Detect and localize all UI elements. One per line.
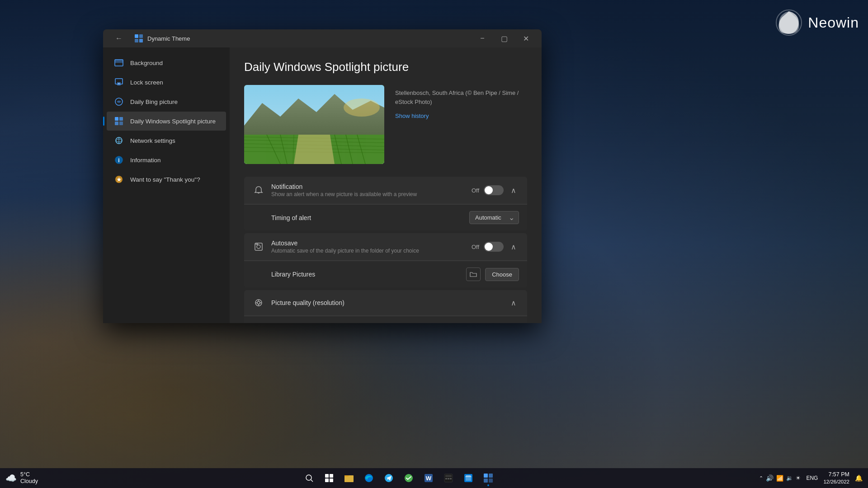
svg-rect-57 xyxy=(448,478,449,479)
weather-info: 5°C Cloudy xyxy=(20,471,38,485)
notification-chevron-up[interactable]: ∧ xyxy=(508,184,519,197)
tray-speaker-icon[interactable]: 🔊 xyxy=(766,474,774,482)
autosave-desc: Automatic save of the daily picture in t… xyxy=(271,248,472,254)
quality-row: Picture quality (resolution) ∧ xyxy=(244,290,527,316)
taskbar-start-button[interactable] xyxy=(320,469,338,487)
svg-rect-62 xyxy=(484,479,488,483)
taskbar-dynamic-theme[interactable] xyxy=(479,469,497,487)
svg-rect-3 xyxy=(135,39,138,42)
quality-chevron-up[interactable]: ∧ xyxy=(508,297,519,309)
taskbar-file-explorer[interactable] xyxy=(340,469,358,487)
title-bar: ← Dynamic Theme − ▢ ✕ xyxy=(103,29,542,47)
taskbar-word[interactable]: W xyxy=(420,469,438,487)
neowin-brand-text: Neowin xyxy=(808,14,859,31)
back-button[interactable]: ← xyxy=(108,32,129,45)
quality-title: Picture quality (resolution) xyxy=(271,299,508,306)
sidebar-label-background: Background xyxy=(130,60,163,66)
background-icon xyxy=(114,58,124,68)
sidebar-item-daily-bing[interactable]: Daily Bing picture xyxy=(107,92,226,111)
language-indicator[interactable]: ENG xyxy=(804,475,820,481)
autosave-row: Autosave Automatic save of the daily pic… xyxy=(244,233,527,261)
choose-button-label: Choose xyxy=(492,271,512,278)
sidebar-label-daily-spotlight: Daily Windows Spotlight picture xyxy=(130,118,216,125)
weather-condition: Cloudy xyxy=(20,478,38,485)
sidebar-label-information: Information xyxy=(130,157,161,164)
minimize-button[interactable]: − xyxy=(472,32,493,45)
svg-rect-56 xyxy=(445,478,447,479)
sidebar-item-background[interactable]: Background xyxy=(107,53,226,72)
maximize-button[interactable]: ▢ xyxy=(494,32,514,45)
sidebar-label-lock-screen: Lock screen xyxy=(130,79,163,86)
quality-icon xyxy=(252,296,265,309)
autosave-toggle[interactable] xyxy=(484,242,504,252)
notification-content: Notification Show an alert when a new pi… xyxy=(271,183,472,197)
landscape-svg xyxy=(244,85,384,164)
svg-rect-39 xyxy=(255,243,258,245)
library-control: Choose xyxy=(466,267,519,281)
timing-control: Automatic Immediate 5 minutes 15 minutes xyxy=(469,211,519,224)
autosave-title: Autosave xyxy=(271,239,472,247)
sidebar-item-lock-screen[interactable]: Lock screen xyxy=(107,73,226,92)
neowin-logo: Neowin xyxy=(775,9,859,36)
svg-point-38 xyxy=(257,245,260,249)
svg-marker-30 xyxy=(294,135,335,164)
clock-time: 7:57 PM xyxy=(823,471,849,478)
show-history-link[interactable]: Show history xyxy=(395,113,429,119)
notification-bell-taskbar[interactable]: 🔔 xyxy=(855,474,863,482)
autosave-content: Autosave Automatic save of the daily pic… xyxy=(271,239,472,254)
quality-content: Picture quality (resolution) xyxy=(271,299,508,306)
notification-toggle[interactable] xyxy=(484,185,504,195)
app-icon xyxy=(134,33,144,43)
weather-widget[interactable]: ☁️ 5°C Cloudy xyxy=(5,471,38,485)
taskbar-center: W xyxy=(38,469,760,487)
taskbar-right: ⌃ 🔊 📶 🔉 ☀ ENG 7:57 PM 12/26/2022 🔔 xyxy=(759,471,863,485)
taskbar-edge-browser[interactable] xyxy=(360,469,378,487)
svg-line-47 xyxy=(311,480,313,482)
tray-network-icon[interactable]: 📶 xyxy=(776,475,783,482)
sidebar-item-network-settings[interactable]: Network settings xyxy=(107,131,226,150)
spotlight-icon xyxy=(114,116,124,126)
svg-point-46 xyxy=(306,475,311,480)
taskbar-telegram[interactable] xyxy=(380,469,398,487)
taskbar-left: ☁️ 5°C Cloudy xyxy=(5,471,38,485)
sidebar-item-daily-spotlight[interactable]: Daily Windows Spotlight picture xyxy=(107,112,226,131)
bing-icon xyxy=(114,97,124,107)
library-content: Library Pictures xyxy=(271,270,466,278)
tray-volume-icon[interactable]: 🔉 xyxy=(786,475,793,481)
tray-brightness-icon[interactable]: ☀ xyxy=(796,475,801,481)
information-icon: i xyxy=(114,155,124,165)
choose-button[interactable]: Choose xyxy=(485,268,519,281)
clock-widget[interactable]: 7:57 PM 12/26/2022 xyxy=(823,471,849,485)
notification-section: Notification Show an alert when a new pi… xyxy=(244,177,527,230)
tray-chevron-icon[interactable]: ⌃ xyxy=(759,475,763,481)
autosave-chevron-up[interactable]: ∧ xyxy=(508,241,519,253)
library-folder-button[interactable] xyxy=(466,267,481,281)
svg-point-41 xyxy=(257,301,260,304)
timing-dropdown-wrapper: Automatic Immediate 5 minutes 15 minutes xyxy=(469,211,519,224)
sidebar-item-information[interactable]: i Information xyxy=(107,150,226,169)
taskbar-ticktick[interactable] xyxy=(400,469,418,487)
sidebar: Background Lock screen xyxy=(103,47,230,323)
autosave-toggle-label: Off xyxy=(472,244,479,250)
svg-point-9 xyxy=(118,83,119,84)
quality-section: Picture quality (resolution) ∧ Windows S… xyxy=(244,290,527,323)
timing-dropdown[interactable]: Automatic Immediate 5 minutes 15 minutes xyxy=(469,211,519,224)
preview-image xyxy=(244,85,384,164)
timing-row: Timing of alert Automatic Immediate 5 mi… xyxy=(244,204,527,230)
taskbar-calculator[interactable] xyxy=(439,469,458,487)
close-button[interactable]: ✕ xyxy=(515,32,536,45)
autosave-control: Off ∧ xyxy=(472,241,519,253)
active-dot xyxy=(487,484,489,486)
taskbar-search-icon[interactable] xyxy=(300,469,318,487)
quality-control: ∧ xyxy=(508,297,519,309)
svg-rect-11 xyxy=(115,117,118,121)
notification-toggle-label: Off xyxy=(472,187,479,194)
notification-title: Notification xyxy=(271,183,472,190)
svg-rect-63 xyxy=(489,479,493,483)
taskbar-store[interactable] xyxy=(459,469,477,487)
windows-logo-icon xyxy=(325,474,333,482)
autosave-section: Autosave Automatic save of the daily pic… xyxy=(244,233,527,287)
svg-rect-2 xyxy=(139,34,143,38)
sidebar-item-thank-you[interactable]: ★ Want to say "Thank you"? xyxy=(107,170,226,189)
notification-bell-icon xyxy=(252,184,265,197)
